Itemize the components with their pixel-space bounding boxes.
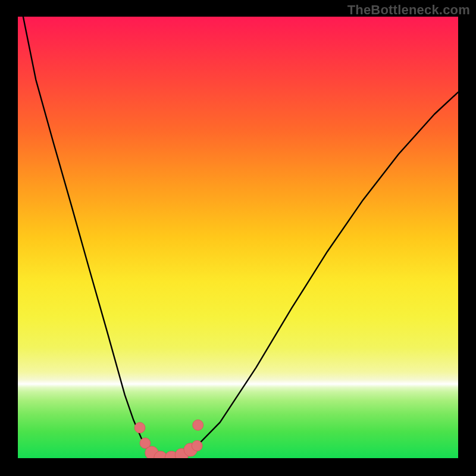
curve-right-curve: [166, 92, 458, 458]
chart-frame: TheBottleneck.com: [0, 0, 476, 476]
marker-point: [192, 440, 202, 451]
marker-point: [134, 422, 145, 433]
marker-point: [193, 420, 203, 431]
curve-left-curve: [18, 17, 166, 458]
watermark-text: TheBottleneck.com: [347, 2, 470, 18]
plot-area: [18, 17, 458, 458]
curves-svg: [18, 17, 458, 458]
marker-layer: [134, 420, 203, 459]
curve-layer: [18, 17, 458, 458]
